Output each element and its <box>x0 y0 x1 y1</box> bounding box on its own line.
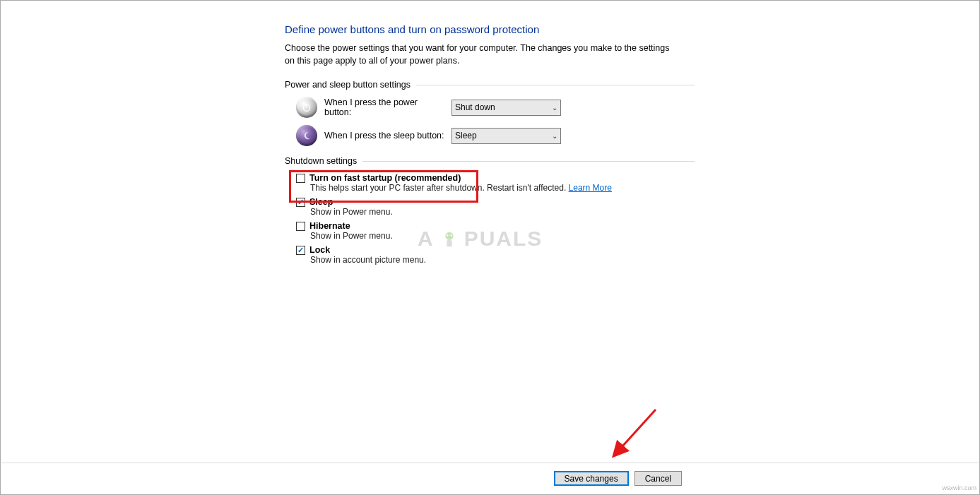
fast-startup-desc-1: This helps start your PC faster after sh… <box>310 183 485 193</box>
hibernate-desc: Show in Power menu. <box>310 231 695 241</box>
lock-label: Lock <box>309 245 330 255</box>
power-button-value: Shut down <box>455 102 495 112</box>
section-power-sleep-label: Power and sleep button settings <box>285 80 411 90</box>
system-settings-window: Define power buttons and turn on passwor… <box>0 0 980 495</box>
power-button-dropdown[interactable]: Shut down ⌄ <box>451 100 561 116</box>
option-fast-startup: Turn on fast startup (recommended) This … <box>296 173 695 193</box>
annotation-arrow <box>608 407 664 463</box>
option-hibernate: Hibernate Show in Power menu. <box>296 221 695 241</box>
sleep-button-label: When I press the sleep button: <box>324 131 444 141</box>
option-sleep: Sleep Show in Power menu. <box>296 197 695 217</box>
section-shutdown-label: Shutdown settings <box>285 156 357 166</box>
section-power-sleep: Power and sleep button settings <box>285 80 695 90</box>
sleep-label: Sleep <box>309 197 333 207</box>
lock-desc: Show in account picture menu. <box>310 255 695 265</box>
hibernate-label: Hibernate <box>309 221 350 231</box>
fast-startup-checkbox[interactable] <box>296 174 305 183</box>
lock-checkbox[interactable] <box>296 246 305 255</box>
power-button-label: When I press the power button: <box>324 97 444 117</box>
chevron-down-icon: ⌄ <box>552 132 557 140</box>
row-sleep-button: When I press the sleep button: Sleep ⌄ <box>296 125 695 146</box>
page-title: Define power buttons and turn on passwor… <box>285 23 695 35</box>
divider <box>416 85 695 85</box>
fast-startup-label: Turn on fast startup (recommended) <box>309 173 461 183</box>
save-button[interactable]: Save changes <box>554 471 629 486</box>
row-power-button: When I press the power button: Shut down… <box>296 97 695 118</box>
option-lock: Lock Show in account picture menu. <box>296 245 695 265</box>
cancel-button[interactable]: Cancel <box>634 471 682 486</box>
sleep-checkbox[interactable] <box>296 198 305 207</box>
shutdown-options: Turn on fast startup (recommended) This … <box>296 173 695 265</box>
power-icon <box>296 97 317 118</box>
fast-startup-desc-2: Restart isn't affected. <box>485 183 569 193</box>
sleep-desc: Show in Power menu. <box>310 207 695 217</box>
bottom-bar: Save changes Cancel <box>1 463 979 494</box>
section-shutdown: Shutdown settings <box>285 156 695 166</box>
hibernate-checkbox[interactable] <box>296 222 305 231</box>
sleep-button-value: Sleep <box>455 131 477 141</box>
sleep-button-dropdown[interactable]: Sleep ⌄ <box>451 128 561 144</box>
svg-line-6 <box>615 410 656 455</box>
moon-icon <box>296 125 317 146</box>
divider <box>362 161 695 162</box>
chevron-down-icon: ⌄ <box>552 104 557 112</box>
page-subtitle: Choose the power settings that you want … <box>285 42 680 67</box>
content-area: Define power buttons and turn on passwor… <box>285 23 695 269</box>
image-credit: wsxwin.com <box>942 484 976 491</box>
learn-more-link[interactable]: Learn More <box>569 183 612 193</box>
